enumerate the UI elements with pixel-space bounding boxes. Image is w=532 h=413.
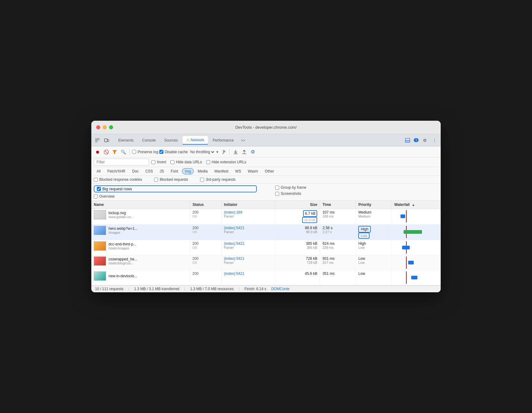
filter-fetch-xhr[interactable]: Fetch/XHR [104,168,128,174]
filter-ws[interactable]: WS [232,168,244,174]
network-settings-icon[interactable]: ⚙ [249,148,256,156]
tab-sources[interactable]: Sources [161,136,181,144]
blocked-requests-label[interactable]: Blocked requests [154,177,188,182]
filter-font[interactable]: Font [168,168,181,174]
screenshots-label[interactable]: Screenshots [275,191,438,196]
hide-data-urls-checkbox[interactable] [170,160,174,164]
invert-checkbox[interactable] [151,160,155,164]
clear-icon[interactable]: 🚫 [102,148,110,156]
console-drawer-icon[interactable] [404,137,411,144]
warning-icon: ⚠ [186,138,190,142]
initiator-link[interactable]: (index):5421 [224,256,245,261]
filter-bar: Invert Hide data URLs Hide extension URL… [91,157,441,167]
third-party-checkbox[interactable] [200,178,204,182]
filter-input[interactable] [94,159,149,165]
screenshots-checkbox[interactable] [275,192,279,196]
tab-performance[interactable]: Performance [209,136,238,144]
options-row-2: Big request rows Overview Group by frame… [91,184,441,201]
table-row[interactable]: hero.webp?w=1... /images 200 OK (index):… [91,225,441,240]
cell-time: 351 ms [320,270,356,285]
maximize-button[interactable] [109,125,113,129]
filter-manifest[interactable]: Manifest [212,168,231,174]
status-bar: 10 / 111 requests | 1.3 MB / 3.1 MB tran… [91,285,441,292]
table-row[interactable]: new-in-devtools... 200 (index):5421 45.6… [91,270,441,285]
overview-checkbox[interactable] [94,195,98,199]
blocked-requests-checkbox[interactable] [154,178,158,182]
window-controls [96,125,113,129]
cell-status: 200 OK [190,225,221,240]
filter-wasm[interactable]: Wasm [245,168,261,174]
filter-media[interactable]: Media [195,168,211,174]
close-button[interactable] [96,125,100,129]
disable-cache-checkbox[interactable] [159,150,163,154]
col-size[interactable]: Size [275,201,320,209]
hide-data-urls-label[interactable]: Hide data URLs [170,160,202,164]
invert-checkbox-label[interactable]: Invert [151,160,166,164]
filter-icon[interactable] [111,148,118,156]
tab-console[interactable]: Console [139,136,159,144]
filter-img[interactable]: Img [182,168,194,174]
options-right: Group by frame Screenshots [257,185,438,196]
import-har-icon[interactable] [232,148,239,156]
group-by-frame-label[interactable]: Group by frame [275,185,438,190]
table-row[interactable]: lockup.svg www.gstatic.co... 200 OK (ind… [91,209,441,225]
initiator-link[interactable]: (index):5421 [224,241,245,246]
col-initiator[interactable]: Initiator [221,201,275,209]
network-table-container[interactable]: Name Status Initiator Size Time [91,201,441,285]
col-priority[interactable]: Priority [356,201,392,209]
blocked-cookies-label[interactable]: Blocked response cookies [94,177,142,182]
minimize-button[interactable] [103,125,107,129]
stop-recording-icon[interactable]: ⏺ [94,148,101,156]
throttle-select[interactable]: No throttling [189,150,215,154]
filter-doc[interactable]: Doc [129,168,141,174]
waterfall-bar [408,261,414,264]
col-time[interactable]: Time [320,201,356,209]
initiator-link[interactable]: (index):5421 [224,226,245,230]
more-tabs-button[interactable]: >> [239,137,248,143]
filter-js[interactable]: JS [157,168,167,174]
table-row[interactable]: csswrapped_he... /static/blog/css... 200… [91,255,441,270]
initiator-link[interactable]: (index):5421 [224,271,245,276]
waterfall-bar [404,230,422,234]
third-party-label[interactable]: 3rd-party requests [200,177,235,182]
tab-elements[interactable]: Elements [115,136,137,144]
separator2 [229,149,230,155]
throttle-dropdown-arrow[interactable]: ▾ [216,150,218,154]
tab-bar-icons [94,137,110,144]
cell-time: 2.56 s 2.27 s [320,225,356,240]
col-status[interactable]: Status [190,201,221,209]
filter-css[interactable]: CSS [142,168,156,174]
preserve-log-checkbox[interactable] [132,150,136,154]
big-request-rows-checkbox[interactable] [97,187,101,191]
cell-initiator: (index):5421 Parser [221,240,275,255]
cell-priority: Low Low [356,255,392,270]
disable-cache-label[interactable]: Disable cache [159,150,188,154]
col-name[interactable]: Name [91,201,190,209]
cell-waterfall [392,209,441,225]
tab-network[interactable]: ⚠Network [183,136,208,145]
network-conditions-icon[interactable] [219,148,227,156]
overview-label[interactable]: Overview [94,194,257,199]
filter-all[interactable]: All [94,168,103,174]
hide-extension-urls-checkbox[interactable] [206,160,210,164]
blocked-cookies-checkbox[interactable] [94,178,98,182]
col-waterfall[interactable]: Waterfall ▲ [392,201,441,209]
waterfall-bar [402,246,410,249]
cursor-icon[interactable] [94,137,101,144]
initiator-link[interactable]: (index):169 [224,210,242,214]
preserve-log-label[interactable]: Preserve log [132,150,158,154]
table-row[interactable]: dcc-end-third-p... /static/images 200 OK… [91,240,441,255]
cell-size: 385 kB 385 kB [275,240,320,255]
cell-time: 107 ms 106 ms [320,209,356,225]
export-har-icon[interactable] [241,148,248,156]
cell-name: csswrapped_he... /static/blog/css... [91,255,190,267]
device-toggle-icon[interactable] [103,137,110,144]
hide-extension-urls-label[interactable]: Hide extension URLs [206,160,246,164]
search-icon[interactable]: 🔍 [120,148,127,156]
notification-badge: 1 [414,138,419,142]
filter-other[interactable]: Other [262,168,277,174]
settings-gear-icon[interactable]: ⚙ [421,137,428,144]
waterfall-bar [411,276,417,279]
group-by-frame-checkbox[interactable] [275,186,279,190]
more-options-icon[interactable]: ⋮ [431,137,438,144]
